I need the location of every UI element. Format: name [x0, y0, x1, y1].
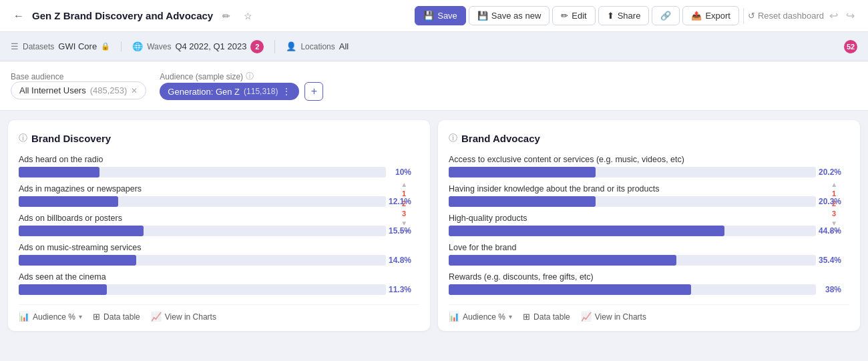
chevron-down-icon[interactable]: ▾ [79, 313, 82, 320]
toolbar-right: 💾 Save 💾 Save as new ✏ Edit ⬆ Share 🔗 📤 … [415, 6, 857, 25]
table-icon: ⊞ [93, 312, 100, 322]
save-as-new-button[interactable]: 💾 Save as new [469, 6, 550, 25]
audience-chip[interactable]: Generation: Gen Z (115,318) ⋮ [160, 83, 299, 100]
brand-discovery-header: ⓘ Brand Discovery [19, 132, 419, 144]
adv-bar-row-3: Love for the brand 35.4% [449, 243, 816, 266]
adv-bar-row-2: High-quality products 44.8% [449, 214, 816, 236]
undo-button[interactable]: ↩ [827, 8, 841, 23]
back-button[interactable]: ← [11, 7, 27, 25]
save-icon: 💾 [423, 11, 434, 21]
filter-bar: ☰ Datasets GWI Core 🔒 🌐 Waves Q4 2022, Q… [0, 32, 868, 61]
page-title: Gen Z Brand Discovery and Advocacy [32, 10, 213, 21]
share-icon: ⬆ [607, 11, 614, 21]
brand-discovery-card: ⓘ Brand Discovery ▲ 1 2 3 ▼ ▼▼ Ads heard… [8, 120, 430, 331]
adv-audience-pct-button[interactable]: 📊 Audience % ▾ [449, 312, 512, 322]
bar-row-2: Ads on billboards or posters 15.5% [19, 214, 386, 236]
lock-icon: 🔒 [101, 42, 110, 51]
brand-advocacy-info-icon: ⓘ [449, 132, 457, 144]
view-in-charts-button[interactable]: 📈 View in Charts [151, 312, 216, 322]
adv-bar-row-0: Access to exclusive content or services … [449, 155, 816, 177]
audience-pct-icon: 📊 [19, 312, 29, 322]
waves-filter[interactable]: 🌐 Waves Q4 2022, Q1 2023 2 [132, 40, 275, 53]
star-button[interactable]: ☆ [240, 8, 256, 24]
export-button[interactable]: 📤 Export [682, 6, 739, 25]
datasets-filter: ☰ Datasets GWI Core 🔒 [11, 41, 122, 51]
edit-button[interactable]: ✏ Edit [552, 6, 595, 25]
audience-options-icon[interactable]: ⋮ [282, 86, 291, 97]
toolbar-divider [743, 8, 744, 24]
sort-up-icon[interactable]: ▲ [401, 181, 407, 188]
audience-sample-group: Audience (sample size) ⓘ Generation: Gen… [160, 71, 323, 101]
sample-info-icon: ⓘ [246, 71, 254, 82]
sort-num-3-adv[interactable]: 3 [832, 210, 836, 218]
audience-pct-button[interactable]: 📊 Audience % ▾ [19, 312, 82, 322]
adv-data-table-button[interactable]: ⊞ Data table [523, 312, 570, 322]
sort-num-3[interactable]: 3 [402, 210, 406, 218]
audience-bar: Base audience All Internet Users (485,25… [0, 61, 868, 111]
save-new-icon: 💾 [477, 11, 488, 21]
save-button[interactable]: 💾 Save [415, 6, 466, 25]
reset-icon: ↺ [748, 11, 755, 21]
link-button[interactable]: 🔗 [652, 6, 680, 25]
brand-advocacy-card: ⓘ Brand Advocacy ▲ 1 2 3 ▼ ▼▼ Access to … [438, 120, 860, 331]
datasets-menu-icon: ☰ [11, 41, 19, 51]
brand-advocacy-header: ⓘ Brand Advocacy [449, 132, 849, 144]
edit-icon: ✏ [561, 11, 568, 21]
globe-icon: 🌐 [132, 41, 143, 51]
brand-advocacy-bars: ▲ 1 2 3 ▼ ▼▼ Access to exclusive content… [449, 155, 849, 295]
waves-badge: 2 [250, 40, 264, 53]
brand-discovery-bars: ▲ 1 2 3 ▼ ▼▼ Ads heard on the radio 10% … [19, 155, 419, 295]
bar-row-3: Ads on music-streaming services 14.8% [19, 243, 386, 266]
base-audience-chip[interactable]: All Internet Users (485,253) ✕ [11, 81, 146, 99]
adv-chevron-down-icon[interactable]: ▾ [509, 313, 512, 320]
export-icon: 📤 [691, 11, 702, 21]
adv-bar-row-4: Rewards (e.g. discounts, free gifts, etc… [449, 272, 816, 295]
data-table-button[interactable]: ⊞ Data table [93, 312, 140, 322]
adv-bar-row-1: Having insider knowledge about the brand… [449, 184, 816, 207]
adv-table-icon: ⊞ [523, 312, 530, 322]
brand-discovery-footer: 📊 Audience % ▾ ⊞ Data table 📈 View in Ch… [19, 304, 419, 322]
toolbar: ← Gen Z Brand Discovery and Advocacy ✏ ☆… [0, 0, 868, 32]
bar-row-0: Ads heard on the radio 10% [19, 155, 386, 177]
adv-charts-icon: 📈 [581, 312, 592, 322]
toolbar-left: ← Gen Z Brand Discovery and Advocacy ✏ ☆ [11, 7, 409, 25]
remove-base-icon[interactable]: ✕ [131, 86, 138, 95]
main-content: ⓘ Brand Discovery ▲ 1 2 3 ▼ ▼▼ Ads heard… [0, 111, 868, 340]
bar-row-1: Ads in magazines or newspapers 12.1% [19, 184, 386, 207]
brand-advocacy-footer: 📊 Audience % ▾ ⊞ Data table 📈 View in Ch… [449, 304, 849, 322]
share-button[interactable]: ⬆ Share [598, 6, 650, 25]
locations-filter: 👤 Locations All 52 [286, 40, 857, 53]
reset-dashboard-button[interactable]: ↺ Reset dashboard [748, 11, 824, 21]
locations-badge: 52 [844, 40, 857, 53]
brand-discovery-info-icon: ⓘ [19, 132, 27, 144]
person-icon: 👤 [286, 41, 296, 51]
sort-up-icon-adv[interactable]: ▲ [831, 181, 837, 188]
redo-button[interactable]: ↪ [843, 8, 857, 23]
charts-icon: 📈 [151, 312, 162, 322]
add-audience-button[interactable]: + [304, 82, 323, 101]
base-audience-group: Base audience All Internet Users (485,25… [11, 72, 146, 99]
link-icon: 🔗 [660, 11, 671, 21]
adv-view-in-charts-button[interactable]: 📈 View in Charts [581, 312, 646, 322]
adv-audience-pct-icon: 📊 [449, 312, 459, 322]
edit-title-button[interactable]: ✏ [218, 8, 234, 24]
bar-row-4: Ads seen at the cinema 11.3% [19, 272, 386, 295]
